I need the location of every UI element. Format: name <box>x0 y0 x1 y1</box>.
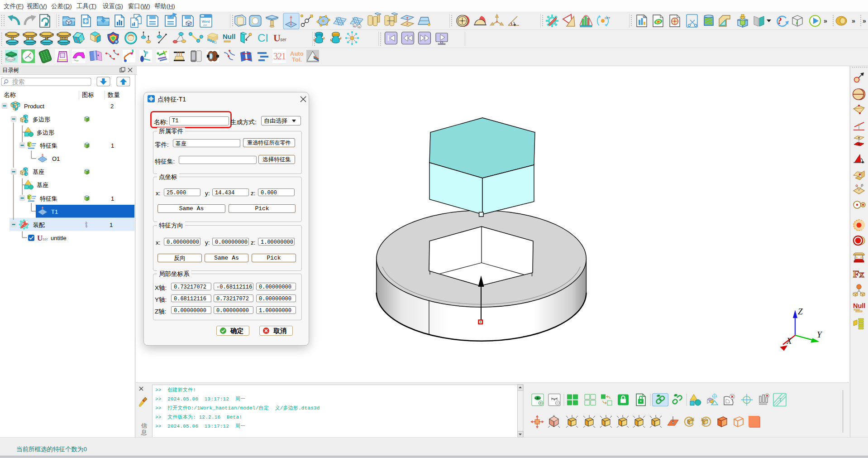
svg-text:基座: 基座 <box>33 169 44 175</box>
svg-text:息: 息 <box>141 429 147 436</box>
svg-text:ser: ser <box>280 37 287 42</box>
svg-text:Fx: Fx <box>853 268 864 280</box>
svg-text:搜索: 搜索 <box>12 78 24 85</box>
svg-text:特征集: 特征集 <box>40 195 57 202</box>
svg-text:2: 2 <box>110 103 114 110</box>
svg-text:Null: Null <box>853 302 865 309</box>
svg-text:untitle: untitle <box>51 235 67 241</box>
svg-text:特征集: 特征集 <box>40 142 57 149</box>
svg-text:ser: ser <box>43 237 48 241</box>
svg-text:T: T <box>779 397 782 403</box>
svg-text:u: u <box>354 24 356 27</box>
svg-text:数量: 数量 <box>107 92 120 98</box>
svg-text:»: » <box>824 17 827 24</box>
svg-text:信: 信 <box>141 422 147 429</box>
svg-text:O1: O1 <box>52 155 60 162</box>
svg-text:装配: 装配 <box>33 222 45 228</box>
svg-text:Null: Null <box>223 33 235 40</box>
svg-text:1: 1 <box>111 142 114 149</box>
svg-text:»: » <box>863 17 866 24</box>
svg-text:Tol.: Tol. <box>292 56 302 63</box>
svg-text:Z: Z <box>798 307 803 316</box>
svg-text:U: U <box>273 32 281 43</box>
svg-text:Word: Word <box>202 20 210 23</box>
svg-text:多边形: 多边形 <box>37 129 54 136</box>
svg-text:i: i <box>796 19 798 26</box>
svg-text:321: 321 <box>273 51 286 61</box>
svg-text:图标: 图标 <box>82 92 94 98</box>
svg-text:1: 1 <box>111 195 114 202</box>
svg-text:多边形: 多边形 <box>33 116 50 123</box>
svg-text:Y: Y <box>817 330 823 339</box>
svg-text:X: X <box>786 336 792 346</box>
svg-text:Product: Product <box>24 103 44 110</box>
svg-text:T1: T1 <box>51 208 58 215</box>
svg-text:VS: VS <box>643 15 647 19</box>
svg-text:»: » <box>852 17 855 24</box>
svg-text:1: 1 <box>110 222 113 228</box>
svg-text:OPT: OPT <box>605 17 610 19</box>
svg-text:ppt: ppt <box>203 24 207 26</box>
svg-text:U: U <box>37 234 43 242</box>
svg-text:名称: 名称 <box>4 92 16 98</box>
svg-text:CI: CI <box>258 32 268 44</box>
svg-text:v: v <box>358 25 360 28</box>
svg-text:基座: 基座 <box>37 182 48 188</box>
